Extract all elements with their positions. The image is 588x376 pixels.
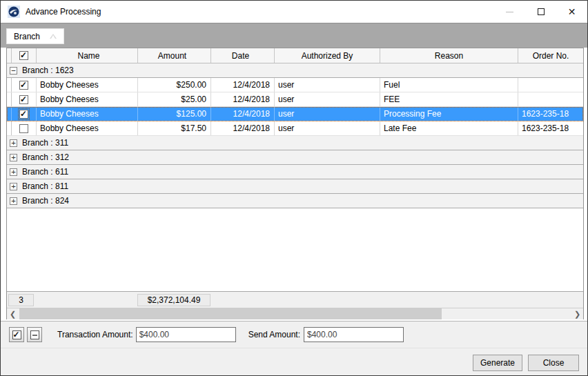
header-reason[interactable]: Reason bbox=[380, 48, 518, 63]
cell-order-no[interactable]: 1623-235-18 bbox=[518, 107, 583, 121]
check-all-button[interactable] bbox=[9, 327, 24, 342]
group-field-label: Branch bbox=[14, 32, 40, 41]
row-checkbox-cell[interactable] bbox=[12, 92, 37, 106]
cell-date[interactable]: 12/4/2018 bbox=[211, 121, 275, 135]
header-authorized-by[interactable]: Authorized By bbox=[275, 48, 380, 63]
cell-name[interactable]: Bobby Cheeses bbox=[37, 107, 138, 121]
scroll-right-arrow-icon[interactable]: ❯ bbox=[571, 308, 583, 319]
uncheck-all-button[interactable] bbox=[27, 327, 42, 342]
expand-icon[interactable]: + bbox=[10, 197, 17, 205]
horizontal-scrollbar[interactable]: ❮ ❯ bbox=[7, 308, 583, 319]
cell-date[interactable]: 12/4/2018 bbox=[211, 92, 275, 106]
cell-order-no[interactable] bbox=[518, 78, 583, 92]
cell-reason[interactable]: Processing Fee bbox=[380, 107, 518, 121]
cell-reason[interactable]: Fuel bbox=[380, 78, 518, 92]
row-checkbox-cell[interactable] bbox=[12, 78, 37, 92]
summary-total: $2,372,104.49 bbox=[137, 294, 210, 306]
group-row-branch-312[interactable]: + Branch : 312 bbox=[7, 150, 583, 165]
scroll-left-arrow-icon[interactable]: ❮ bbox=[7, 308, 19, 319]
group-label: Branch : 1623 bbox=[22, 66, 74, 75]
group-row-branch-1623[interactable]: − Branch : 1623 bbox=[7, 63, 583, 78]
app-icon bbox=[8, 6, 20, 18]
expand-icon[interactable]: + bbox=[10, 139, 17, 147]
cell-order-no[interactable] bbox=[518, 92, 583, 106]
collapse-icon[interactable]: − bbox=[10, 67, 17, 75]
header-name[interactable]: Name bbox=[37, 48, 138, 63]
group-label: Branch : 311 bbox=[22, 138, 68, 148]
row-checkbox[interactable] bbox=[19, 81, 28, 90]
cell-reason[interactable]: Late Fee bbox=[380, 121, 518, 135]
maximize-button[interactable] bbox=[525, 1, 556, 23]
row-checkbox[interactable] bbox=[19, 124, 28, 133]
cell-reason[interactable]: FEE bbox=[380, 92, 518, 106]
cell-order-no[interactable]: 1623-235-18 bbox=[518, 121, 583, 135]
close-icon: ✕ bbox=[568, 7, 576, 17]
group-label: Branch : 312 bbox=[22, 152, 69, 162]
expand-icon[interactable]: + bbox=[10, 154, 17, 161]
table-row-selected[interactable]: Bobby Cheeses $125.00 12/4/2018 user Pro… bbox=[7, 107, 583, 121]
cell-authorized-by[interactable]: user bbox=[275, 78, 380, 92]
send-amount-input[interactable] bbox=[304, 327, 404, 342]
grid-header-row: Name Amount Date Authorized By Reason Or… bbox=[7, 48, 583, 63]
group-label: Branch : 824 bbox=[22, 196, 69, 206]
cell-authorized-by[interactable]: user bbox=[275, 92, 380, 106]
minimize-button bbox=[494, 1, 525, 23]
table-row[interactable]: Bobby Cheeses $250.00 12/4/2018 user Fue… bbox=[7, 78, 583, 92]
grid-empty-area bbox=[7, 208, 583, 291]
cell-name[interactable]: Bobby Cheeses bbox=[37, 78, 138, 92]
cell-name[interactable]: Bobby Cheeses bbox=[37, 92, 138, 106]
header-amount[interactable]: Amount bbox=[138, 48, 211, 63]
send-amount-label: Send Amount: bbox=[248, 330, 300, 339]
cell-authorized-by[interactable]: user bbox=[275, 107, 380, 121]
transaction-amount-label: Transaction Amount: bbox=[57, 330, 133, 339]
cell-authorized-by[interactable]: user bbox=[275, 121, 380, 135]
check-all-icon bbox=[12, 330, 21, 339]
cell-date[interactable]: 12/4/2018 bbox=[211, 107, 275, 121]
cell-date[interactable]: 12/4/2018 bbox=[211, 78, 275, 92]
cell-amount[interactable]: $17.50 bbox=[138, 121, 211, 135]
close-button[interactable]: ✕ bbox=[556, 1, 587, 23]
transactions-grid: Name Amount Date Authorized By Reason Or… bbox=[6, 48, 584, 319]
table-row[interactable]: Bobby Cheeses $17.50 12/4/2018 user Late… bbox=[7, 121, 583, 136]
generate-button[interactable]: Generate bbox=[473, 355, 522, 371]
group-label: Branch : 611 bbox=[22, 167, 68, 177]
group-by-bar: Branch bbox=[1, 23, 587, 48]
row-checkbox-cell[interactable] bbox=[12, 121, 37, 135]
cell-amount[interactable]: $250.00 bbox=[138, 78, 211, 92]
row-indent bbox=[7, 78, 12, 92]
group-field-branch[interactable]: Branch bbox=[6, 28, 64, 44]
expand-icon[interactable]: + bbox=[10, 168, 17, 176]
cell-amount[interactable]: $25.00 bbox=[138, 92, 211, 106]
select-all-checkbox[interactable] bbox=[19, 51, 28, 60]
group-row-branch-811[interactable]: + Branch : 811 bbox=[7, 179, 583, 194]
row-checkbox[interactable] bbox=[19, 95, 28, 104]
transaction-amount-input[interactable] bbox=[136, 327, 236, 342]
close-dialog-button[interactable]: Close bbox=[528, 355, 579, 371]
table-row[interactable]: Bobby Cheeses $25.00 12/4/2018 user FEE bbox=[7, 92, 583, 107]
maximize-icon bbox=[538, 8, 545, 15]
header-indent bbox=[7, 48, 12, 63]
cell-amount[interactable]: $125.00 bbox=[138, 107, 211, 121]
sort-ascending-icon bbox=[50, 34, 57, 39]
minimize-icon bbox=[506, 12, 513, 12]
row-checkbox-cell[interactable] bbox=[12, 107, 37, 121]
expand-icon[interactable]: + bbox=[10, 183, 17, 190]
group-row-branch-611[interactable]: + Branch : 611 bbox=[7, 165, 583, 179]
group-label: Branch : 811 bbox=[22, 181, 68, 191]
footer-controls: Transaction Amount: Send Amount: bbox=[1, 321, 587, 348]
title-bar: Advance Processing ✕ bbox=[1, 1, 587, 23]
cell-name[interactable]: Bobby Cheeses bbox=[37, 121, 138, 135]
group-row-branch-311[interactable]: + Branch : 311 bbox=[7, 136, 583, 150]
window-controls: ✕ bbox=[494, 1, 587, 23]
dialog-buttons: Generate Close bbox=[1, 348, 587, 376]
row-indent bbox=[7, 92, 12, 106]
row-indent bbox=[7, 107, 12, 121]
header-date[interactable]: Date bbox=[211, 48, 275, 63]
select-all-header-cell[interactable] bbox=[12, 48, 37, 63]
uncheck-all-icon bbox=[30, 330, 39, 339]
scrollbar-thumb[interactable] bbox=[19, 308, 442, 319]
window-title: Advance Processing bbox=[26, 7, 101, 17]
header-order-no[interactable]: Order No. bbox=[518, 48, 583, 63]
group-row-branch-824[interactable]: + Branch : 824 bbox=[7, 194, 583, 208]
row-checkbox[interactable] bbox=[19, 110, 28, 119]
